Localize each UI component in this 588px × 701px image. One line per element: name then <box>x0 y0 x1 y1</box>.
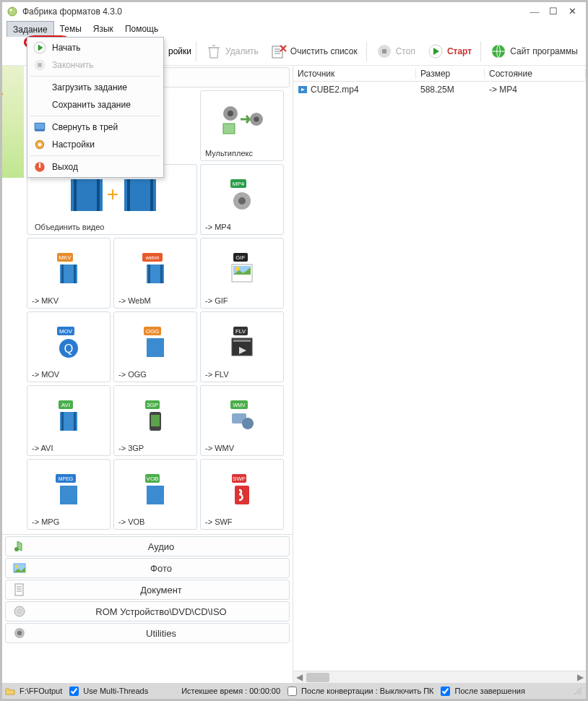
tile-mp4[interactable]: MP4 -> MP4 <box>200 164 284 235</box>
toolbar-clear[interactable]: Очистить список <box>266 40 362 63</box>
dropdown-load-task[interactable]: Загрузить задание <box>29 79 162 96</box>
tile-wmv-label: -> WMV <box>202 444 234 452</box>
dropdown-finish: Закончить <box>29 56 162 74</box>
col-header-state[interactable]: Состояние <box>485 69 586 79</box>
mux-icon <box>202 94 282 149</box>
tile-mux[interactable]: Мультиплекс <box>200 90 284 161</box>
tile-webm[interactable]: webm -> WebM <box>113 238 197 309</box>
video-file-icon <box>298 85 308 95</box>
tile-mkv[interactable]: MKV -> MKV <box>27 238 111 309</box>
delete-icon <box>205 43 222 60</box>
svg-point-32 <box>238 197 246 205</box>
toolbar-stop-label: Стоп <box>396 46 415 56</box>
tile-wmv[interactable]: WMV -> WMV <box>200 385 284 456</box>
tile-avi[interactable]: AVI -> AVI <box>27 385 111 456</box>
col-header-source[interactable]: Источник <box>293 69 416 79</box>
category-audio[interactable]: Аудио <box>5 536 290 556</box>
svg-rect-4 <box>382 49 386 53</box>
tile-3gp[interactable]: 3GP -> 3GP <box>113 385 197 456</box>
svg-text:WMV: WMV <box>233 403 245 408</box>
after-done-checkbox[interactable]: После завершения <box>438 684 524 698</box>
toolbar-delete[interactable]: Удалить <box>201 40 263 63</box>
category-utilities[interactable]: Utilities <box>5 623 290 643</box>
folder-icon[interactable] <box>5 686 15 696</box>
tray-icon <box>33 121 46 134</box>
after-done-label: После завершения <box>454 687 524 695</box>
file-state: -> MP4 <box>485 85 586 95</box>
tile-gif[interactable]: GIF -> GIF <box>200 238 284 309</box>
tile-mkv-label: -> MKV <box>29 296 59 305</box>
category-photo-label: Фото <box>33 563 289 574</box>
dropdown-tray-label: Свернуть в трей <box>52 122 118 132</box>
disc-icon <box>13 605 26 618</box>
multithreads-checkbox[interactable]: Use Multi-Threads <box>66 684 148 698</box>
svg-text:GIF: GIF <box>235 254 245 261</box>
svg-rect-37 <box>74 265 76 283</box>
svg-rect-67 <box>151 415 160 426</box>
dropdown-exit-label: Выход <box>52 162 78 172</box>
output-path[interactable]: F:\FFOutput <box>20 687 62 695</box>
toolbar-settings-partial: ройки <box>168 46 191 56</box>
utilities-icon <box>13 627 26 640</box>
toolbar-start[interactable]: Старт <box>423 40 476 63</box>
dropdown-settings[interactable]: Настройки <box>29 136 162 153</box>
dropdown-save-task[interactable]: Сохранить задание <box>29 96 162 113</box>
category-document[interactable]: Документ <box>5 580 290 600</box>
dropdown-start[interactable]: Начать <box>29 39 162 56</box>
toolbar-website[interactable]: Сайт программы <box>485 40 582 63</box>
tile-ogg[interactable]: OGG -> OGG <box>113 311 197 382</box>
resize-grip[interactable] <box>573 686 583 696</box>
tile-vob[interactable]: VOB -> VOB <box>113 459 197 530</box>
side-strip: Format Factory <box>2 66 24 178</box>
toolbar-stop[interactable]: Стоп <box>371 40 420 63</box>
dropdown-exit[interactable]: Выход <box>29 158 162 176</box>
menu-help[interactable]: Помощь <box>119 21 164 37</box>
mkv-icon: MKV <box>29 241 108 296</box>
category-rom[interactable]: ROM Устройство\DVD\CD\ISO <box>5 601 290 622</box>
svg-rect-62 <box>61 412 64 431</box>
menubar: Задание Темы Язык Помощь <box>2 21 586 37</box>
menu-themes[interactable]: Темы <box>54 21 87 37</box>
menu-task[interactable]: Задание <box>7 21 54 37</box>
tile-flv[interactable]: FLV -> FLV <box>200 311 284 382</box>
category-utilities-label: Utilities <box>33 628 289 639</box>
horizontal-scrollbar[interactable]: ◀ ▶ <box>293 671 586 683</box>
close-button[interactable]: ✕ <box>563 4 581 19</box>
svg-rect-9 <box>38 63 42 67</box>
svg-rect-54 <box>147 338 164 357</box>
stop-icon-small <box>33 59 46 72</box>
tile-mpg[interactable]: MPEG -> MPG <box>27 459 111 530</box>
svg-rect-2 <box>272 46 282 58</box>
maximize-button[interactable]: ☐ <box>544 4 563 19</box>
play-icon <box>33 41 46 54</box>
multithreads-input[interactable] <box>69 687 79 696</box>
svg-text:3GP: 3GP <box>147 402 158 408</box>
tile-mov[interactable]: MOVQ -> MOV <box>27 311 111 382</box>
tile-swf[interactable]: SWF -> SWF <box>200 459 284 530</box>
webm-icon: webm <box>116 241 195 296</box>
svg-text:FLV: FLV <box>235 328 246 335</box>
toolbar-start-label: Старт <box>447 46 472 56</box>
scrollbar-thumb[interactable] <box>306 673 329 682</box>
dropdown-tray[interactable]: Свернуть в трей <box>29 119 162 136</box>
col-header-size[interactable]: Размер <box>416 69 485 79</box>
minimize-button[interactable]: — <box>525 4 544 19</box>
svg-rect-19 <box>223 124 235 134</box>
after-done-input[interactable] <box>441 687 450 696</box>
after-convert-input[interactable] <box>287 687 297 696</box>
dropdown-finish-label: Закончить <box>52 60 93 70</box>
ogg-icon: OGG <box>116 315 195 370</box>
clear-list-icon <box>270 43 287 60</box>
after-convert-checkbox[interactable]: После конвертации : Выключить ПК <box>285 684 433 698</box>
wmv-icon: WMV <box>202 389 282 444</box>
mov-icon: MOVQ <box>29 315 108 370</box>
menu-language[interactable]: Язык <box>87 21 119 37</box>
format-grid-row2: + Объединить видео MP4 -> MP4 MKV -> MKV <box>24 163 293 531</box>
file-row[interactable]: CUBE2.mp4 588.25M -> MP4 <box>293 82 586 98</box>
tile-join-label: Объединить видео <box>32 223 105 231</box>
file-name: CUBE2.mp4 <box>311 85 359 95</box>
dropdown-separator <box>30 76 160 77</box>
category-photo[interactable]: Фото <box>5 558 290 578</box>
document-icon <box>13 583 26 596</box>
audio-icon <box>13 540 26 553</box>
